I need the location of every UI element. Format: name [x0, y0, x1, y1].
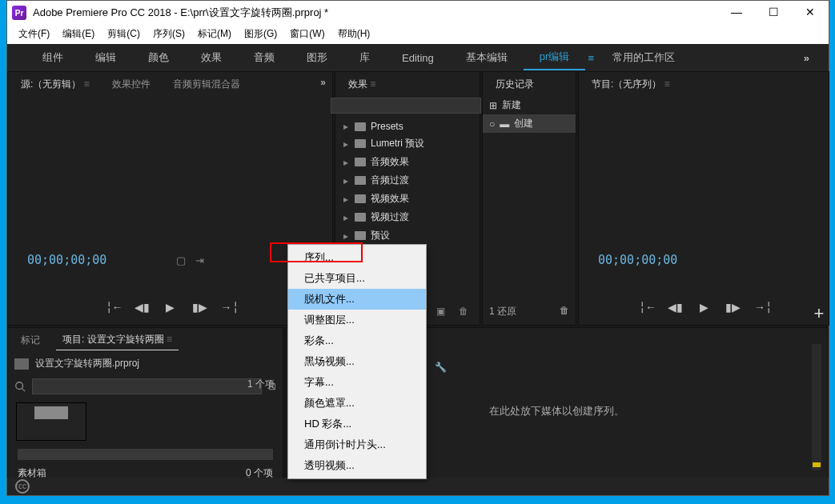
source-transport: ╎← ◀▮ ▶ ▮▶ →╎	[8, 301, 332, 315]
menu-sequence[interactable]: 序列(S)	[147, 25, 191, 44]
panel-overflow-icon[interactable]: »	[320, 77, 326, 88]
add-button[interactable]: +	[809, 303, 829, 322]
ctx-sequence[interactable]: 序列...	[288, 247, 426, 268]
ws-tab[interactable]: 常用的工作区	[596, 46, 691, 70]
close-button[interactable]: ✕	[792, 1, 829, 25]
folder-icon: ▬	[500, 118, 509, 130]
mark-out-icon[interactable]: →╎	[754, 301, 769, 315]
history-panel: 历史记录 ⊞新建 ○▬创建 1 还原 🗑	[482, 71, 576, 326]
tab-effects[interactable]: 效果 ≡	[342, 74, 382, 94]
settings-icon[interactable]: 🔧	[435, 362, 447, 373]
audio-meter	[813, 462, 821, 467]
step-fwd-icon[interactable]: ▮▶	[725, 301, 740, 315]
cc-icon[interactable]: cc	[15, 479, 30, 494]
ctx-shared-project[interactable]: 已共享项目...	[288, 268, 426, 289]
tab-effect-controls[interactable]: 效果控件	[106, 74, 157, 94]
ws-overflow-icon[interactable]: »	[804, 52, 809, 64]
ctx-offline-file[interactable]: 脱机文件...	[288, 289, 426, 310]
effects-search-input[interactable]	[331, 98, 481, 114]
play-icon[interactable]: ▶	[697, 301, 711, 315]
source-panel: 源:（无剪辑） ≡ 效果控件 音频剪辑混合器 » 00;00;00;00 ▢ ⇥…	[7, 71, 333, 326]
fx-folder[interactable]: ▸预设	[340, 226, 475, 245]
tab-program[interactable]: 节目:（无序列） ≡	[585, 74, 676, 94]
ws-tab[interactable]: 图形	[291, 46, 343, 70]
menu-graphics[interactable]: 图形(G)	[238, 25, 283, 44]
ws-tab[interactable]: 基本编辑	[450, 46, 524, 70]
menu-bar: 文件(F) 编辑(E) 剪辑(C) 序列(S) 标记(M) 图形(G) 窗口(W…	[7, 25, 829, 44]
fx-folder[interactable]: ▸Lumetri 预设	[340, 134, 475, 153]
workspace-bar: 组件 编辑 颜色 效果 音频 图形 库 Editing 基本编辑 pr编辑 ≡ …	[7, 44, 829, 71]
mark-in-icon[interactable]: ╎←	[639, 301, 653, 315]
bin-thumb[interactable]	[16, 402, 86, 441]
tab-history[interactable]: 历史记录	[489, 74, 540, 94]
search-icon	[14, 381, 26, 392]
step-back-icon[interactable]: ◀▮	[134, 301, 149, 315]
undo-count: 1 还原	[489, 305, 516, 318]
fx-folder[interactable]: ▸Presets	[340, 118, 475, 134]
tab-audio-mixer[interactable]: 音频剪辑混合器	[167, 74, 247, 94]
ws-tab[interactable]: 组件	[26, 46, 79, 70]
history-item[interactable]: ○▬创建	[483, 114, 576, 133]
ws-tab[interactable]: 音频	[238, 46, 291, 70]
zoom-icon[interactable]: ⇥	[195, 254, 207, 266]
app-icon: Pr	[12, 6, 26, 20]
project-file-row: 设置文字旋转两圈.prproj	[8, 352, 283, 375]
ctx-caption[interactable]: 字幕...	[288, 372, 426, 393]
status-bar: cc	[7, 478, 829, 495]
ws-tab[interactable]: 库	[343, 46, 386, 70]
ctx-adjust-layer[interactable]: 调整图层...	[288, 310, 426, 330]
ws-sep-icon: ≡	[585, 52, 596, 64]
svg-point-2	[16, 382, 23, 390]
ctx-bars[interactable]: 彩条...	[288, 330, 426, 351]
menu-clip[interactable]: 剪辑(C)	[101, 25, 147, 44]
program-transport: ╎← ◀▮ ▶ ▮▶ →╎	[579, 301, 829, 315]
new-bin-icon[interactable]: ▣	[436, 306, 449, 318]
program-timecode[interactable]: 00;00;00;00	[588, 253, 677, 267]
new-icon: ⊞	[489, 100, 497, 111]
history-item[interactable]: ⊞新建	[483, 96, 576, 114]
project-filename: 设置文字旋转两圈.prproj	[35, 357, 139, 370]
radio-icon: ○	[489, 118, 495, 130]
fx-folder[interactable]: ▸音频过渡	[340, 171, 475, 190]
fit-icon[interactable]: ▢	[176, 254, 187, 266]
tab-project[interactable]: 项目: 设置文字旋转两圈 ≡	[56, 330, 179, 350]
menu-help[interactable]: 帮助(H)	[331, 25, 377, 44]
svg-line-3	[22, 389, 26, 392]
maximize-button[interactable]: ☐	[755, 1, 792, 25]
ws-tab[interactable]: 颜色	[132, 46, 185, 70]
context-menu: 序列... 已共享项目... 脱机文件... 调整图层... 彩条... 黑场视…	[287, 244, 427, 479]
fx-folder[interactable]: ▸视频过渡	[340, 208, 475, 226]
menu-file[interactable]: 文件(F)	[12, 25, 56, 44]
trash-icon[interactable]: 🗑	[560, 305, 569, 318]
mark-out-icon[interactable]: →╎	[221, 301, 235, 315]
step-back-icon[interactable]: ◀▮	[668, 301, 682, 315]
ctx-transparent[interactable]: 透明视频...	[288, 455, 426, 476]
ws-tab[interactable]: Editing	[386, 47, 450, 69]
fx-folder[interactable]: ▸音频效果	[340, 153, 475, 171]
menu-window[interactable]: 窗口(W)	[283, 25, 331, 44]
tab-markers[interactable]: 标记	[14, 330, 46, 350]
ws-tab[interactable]: 编辑	[79, 46, 132, 70]
ctx-hd-bars[interactable]: HD 彩条...	[288, 414, 426, 434]
timeline-scrollbar[interactable]	[812, 344, 821, 470]
ctx-countdown[interactable]: 通用倒计时片头...	[288, 434, 426, 455]
bin-row[interactable]	[16, 446, 275, 463]
menu-marker[interactable]: 标记(M)	[191, 25, 238, 44]
ws-tab[interactable]: 效果	[185, 46, 238, 70]
source-timecode[interactable]: 00;00;00;00	[18, 253, 106, 267]
fx-folder[interactable]: ▸视频效果	[340, 190, 475, 208]
mark-in-icon[interactable]: ╎←	[106, 301, 120, 315]
ws-tab-active[interactable]: pr编辑	[524, 45, 586, 70]
project-icon	[14, 358, 29, 370]
step-fwd-icon[interactable]: ▮▶	[192, 301, 207, 315]
tab-source[interactable]: 源:（无剪辑） ≡	[14, 74, 96, 94]
trash-icon[interactable]: 🗑	[459, 306, 472, 318]
title-bar: Pr Adobe Premiere Pro CC 2018 - E:\prr\设…	[7, 1, 829, 25]
menu-edit[interactable]: 编辑(E)	[56, 25, 101, 44]
minimize-button[interactable]: —	[718, 1, 755, 25]
project-panel: 标记 项目: 设置文字旋转两圈 ≡ 设置文字旋转两圈.prproj ⊡ 1 个项	[7, 327, 283, 495]
play-icon[interactable]: ▶	[163, 301, 178, 315]
ctx-black-video[interactable]: 黑场视频...	[288, 351, 426, 372]
ctx-color-matte[interactable]: 颜色遮罩...	[288, 393, 426, 414]
project-search-input[interactable]	[32, 378, 262, 394]
